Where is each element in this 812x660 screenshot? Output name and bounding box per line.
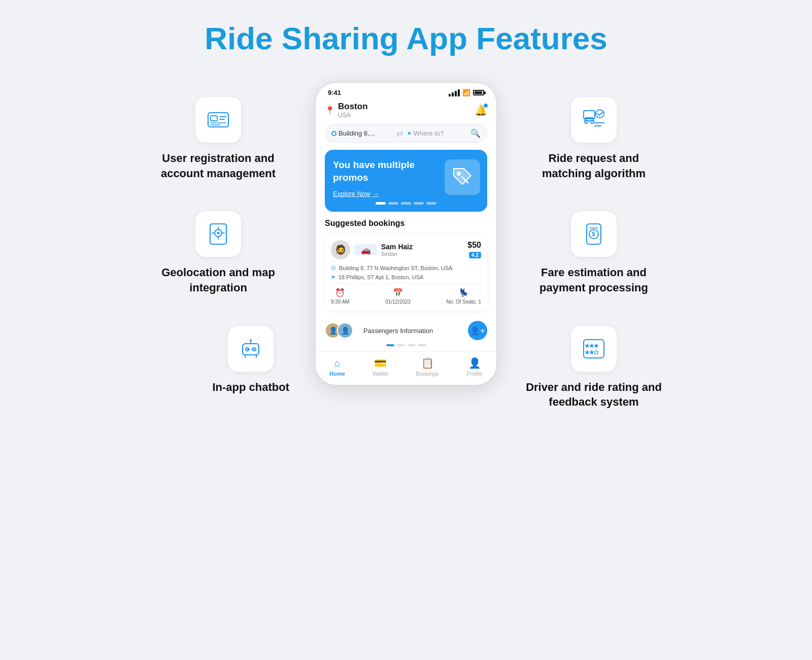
passengers-left: 👤 👤 Passengers Information <box>325 322 433 339</box>
fare-info: $50 4.2 <box>467 241 481 259</box>
svg-rect-27 <box>584 340 604 358</box>
vehicle-type: Sedan <box>381 251 413 257</box>
card-pagination-dots <box>325 344 487 348</box>
search-bar[interactable]: Building 8,... ⇄ ➤ Where to? 🔍 <box>325 124 487 143</box>
main-layout: User registration and account management… <box>0 82 812 410</box>
user-registration-icon-box <box>195 97 241 143</box>
search-magnify-icon[interactable]: 🔍 <box>470 128 481 138</box>
promo-dot-3 <box>401 202 411 205</box>
wallet-label: Wallet <box>373 371 388 377</box>
feature-rating: Driver and ride rating and feedback syst… <box>523 326 665 410</box>
feature-geolocation: Geolocation and map integration <box>147 211 289 295</box>
seat-icon: 💺 <box>459 288 469 298</box>
right-features-column: Ride request and matching algorithm $ Fa… <box>502 82 690 410</box>
svg-marker-28 <box>585 343 590 348</box>
card-dot-1 <box>386 344 394 346</box>
clock-icon: ⏰ <box>335 288 345 298</box>
from-dot-icon <box>331 131 336 136</box>
signal-icon <box>449 89 460 96</box>
notification-bell[interactable]: 🔔 <box>475 104 487 116</box>
battery-icon <box>473 90 484 95</box>
promo-dot-2 <box>388 202 398 205</box>
bookings-icon: 📋 <box>421 357 434 369</box>
promo-dots <box>333 202 479 205</box>
nav-profile[interactable]: 👤 Profile <box>466 357 482 377</box>
rating-badge: 4.2 <box>469 252 481 258</box>
driver-info: 🧔 🚗 Sam Haiz Sedan <box>331 240 413 259</box>
section-title-bookings: Suggested bookings <box>325 219 487 228</box>
to-address: 18 Phillips, ST Apt 1, Boston, USA <box>339 274 423 280</box>
passenger-avatars: 👤 👤 <box>325 322 353 339</box>
search-to[interactable]: ➤ Where to? <box>407 129 468 137</box>
location-info: 📍 Boston USA <box>325 102 368 119</box>
status-bar: 9:41 📶 <box>316 83 496 98</box>
page-title: Ride Sharing App Features <box>205 20 607 56</box>
destination-icon: ➤ <box>331 274 335 280</box>
svg-rect-9 <box>243 344 259 355</box>
chatbot-icon-box <box>228 326 274 372</box>
left-features-column: User registration and account management… <box>122 82 310 394</box>
promo-dot-4 <box>414 202 424 205</box>
home-icon: ⌂ <box>334 357 341 369</box>
svg-point-13 <box>250 339 252 341</box>
status-icons: 📶 <box>449 89 484 96</box>
pickup-route: ◎ Building 8, 77 N Washington ST, Boston… <box>331 265 481 271</box>
rating-label: Driver and ride rating and feedback syst… <box>523 380 665 410</box>
status-time: 9:41 <box>328 89 341 96</box>
feature-user-registration: User registration and account management <box>147 97 289 181</box>
profile-label: Profile <box>466 371 482 377</box>
route-info: ◎ Building 8, 77 N Washington ST, Boston… <box>331 265 481 280</box>
user-registration-label: User registration and account management <box>147 151 289 181</box>
booking-top-row: 🧔 🚗 Sam Haiz Sedan $50 4.2 <box>331 240 481 259</box>
search-from: Building 8,... <box>331 129 392 137</box>
promo-tag-icon <box>445 159 480 195</box>
promo-dot-5 <box>426 202 436 205</box>
svg-marker-33 <box>594 350 599 354</box>
meta-time: ⏰ 9:30 AM <box>331 288 350 305</box>
location-pin-icon: 📍 <box>325 106 335 115</box>
driver-avatar: 🧔 <box>331 240 350 259</box>
svg-marker-32 <box>589 350 594 354</box>
search-divider-icon: ⇄ <box>395 128 404 138</box>
card-dot-4 <box>418 344 426 346</box>
bottom-navigation: ⌂ Home 💳 Wallet 📋 Bookings 👤 Profile <box>316 351 496 385</box>
svg-marker-29 <box>589 343 594 348</box>
explore-now-link[interactable]: Explore Now → <box>333 190 379 197</box>
card-dot-2 <box>397 344 405 346</box>
nav-bookings[interactable]: 📋 Bookings <box>416 357 438 377</box>
date-text: 01/12/2023 <box>385 299 411 305</box>
passenger-avatar-2: 👤 <box>337 322 353 339</box>
time-text: 9:30 AM <box>331 299 350 305</box>
add-passenger-button[interactable]: 👤+ <box>468 321 487 340</box>
car-icon: 🚗 <box>354 244 377 255</box>
nav-wallet[interactable]: 💳 Wallet <box>373 357 388 377</box>
id-card-icon <box>205 107 231 133</box>
geolocation-label: Geolocation and map integration <box>147 265 289 295</box>
driver-name: Sam Haiz <box>381 243 413 251</box>
location-circle-icon: ◎ <box>331 265 336 271</box>
svg-marker-31 <box>585 350 590 354</box>
ride-request-label: Ride request and matching algorithm <box>523 151 665 181</box>
card-dot-3 <box>408 344 416 346</box>
country-name: USA <box>338 112 368 119</box>
feature-ride-request: Ride request and matching algorithm <box>523 97 665 181</box>
phone-mockup: 9:41 📶 <box>310 82 502 386</box>
from-address: Building 8, 77 N Washington ST, Boston, … <box>339 265 452 271</box>
meta-date: 📅 01/12/2023 <box>385 288 411 305</box>
location-text: Boston USA <box>338 102 368 119</box>
svg-marker-30 <box>594 343 599 348</box>
geolocation-icon-box <box>195 211 241 257</box>
passengers-label: Passengers Information <box>363 327 433 335</box>
to-placeholder: Where to? <box>414 129 444 137</box>
notification-dot <box>483 103 488 108</box>
ride-match-icon <box>581 107 607 133</box>
wallet-icon: 💳 <box>374 357 387 369</box>
meta-seats: 💺 No. Of Seats: 1 <box>447 288 481 305</box>
promo-text: You have multiple promos <box>333 159 419 184</box>
nav-home[interactable]: ⌂ Home <box>329 357 345 377</box>
arrow-icon: ➤ <box>407 130 412 137</box>
booking-card[interactable]: 🧔 🚗 Sam Haiz Sedan $50 4.2 <box>325 234 487 311</box>
app-content: 📍 Boston USA 🔔 Buildin <box>316 98 496 348</box>
promo-dot-1 <box>376 202 386 205</box>
driver-details: Sam Haiz Sedan <box>381 243 413 257</box>
